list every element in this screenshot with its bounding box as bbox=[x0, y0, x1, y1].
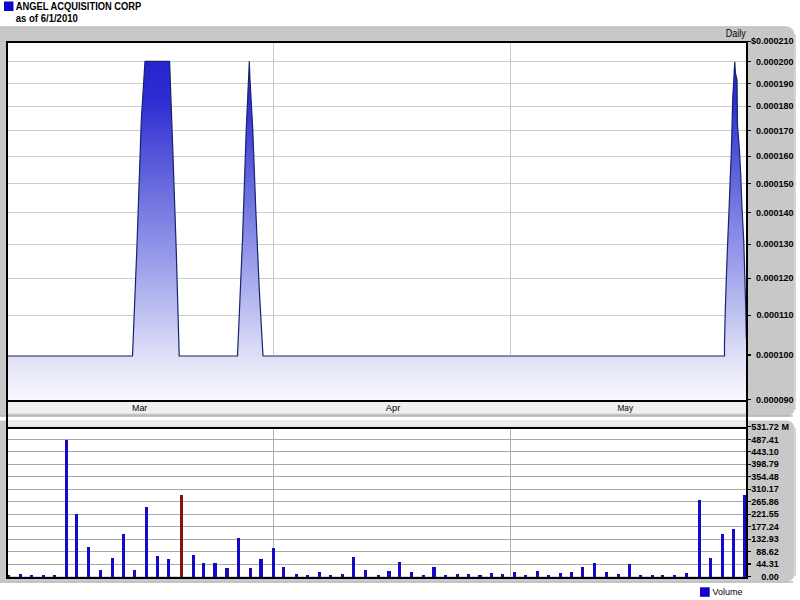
svg-text:487.41: 487.41 bbox=[751, 435, 779, 445]
svg-text:Apr: Apr bbox=[386, 402, 401, 413]
svg-text:0.000180: 0.000180 bbox=[756, 101, 794, 111]
svg-text:$0.000210: $0.000210 bbox=[751, 36, 794, 46]
svg-text:0.000170: 0.000170 bbox=[756, 126, 794, 136]
svg-text:177.24: 177.24 bbox=[751, 522, 779, 532]
svg-text:398.79: 398.79 bbox=[751, 459, 779, 469]
svg-text:Volume: Volume bbox=[712, 587, 742, 597]
svg-text:0.000120: 0.000120 bbox=[756, 273, 794, 283]
svg-text:Mar: Mar bbox=[132, 402, 147, 413]
svg-text:531.72: 531.72 bbox=[751, 422, 779, 432]
svg-text:221.55: 221.55 bbox=[751, 509, 779, 519]
svg-text:0.000140: 0.000140 bbox=[756, 208, 794, 218]
svg-text:0.000110: 0.000110 bbox=[756, 310, 793, 320]
svg-text:0.000200: 0.000200 bbox=[756, 57, 794, 67]
svg-text:ANGEL ACQUISITION CORP: ANGEL ACQUISITION CORP bbox=[16, 0, 142, 12]
svg-text:0.000190: 0.000190 bbox=[756, 79, 794, 89]
svg-text:as of 6/1/2010: as of 6/1/2010 bbox=[16, 12, 78, 24]
svg-text:88.62: 88.62 bbox=[756, 547, 779, 557]
svg-text:0.000090: 0.000090 bbox=[756, 395, 794, 405]
svg-text:0.000100: 0.000100 bbox=[756, 350, 794, 360]
svg-text:0.000160: 0.000160 bbox=[756, 151, 794, 161]
svg-text:354.48: 354.48 bbox=[751, 472, 779, 482]
svg-text:443.10: 443.10 bbox=[751, 447, 779, 457]
svg-text:44.31: 44.31 bbox=[756, 559, 779, 569]
svg-text:Daily: Daily bbox=[726, 28, 746, 39]
svg-text:May: May bbox=[618, 402, 634, 413]
svg-text:265.86: 265.86 bbox=[751, 497, 779, 507]
svg-text:0.000150: 0.000150 bbox=[756, 179, 794, 189]
svg-text:132.93: 132.93 bbox=[751, 534, 779, 544]
svg-text:0.000130: 0.000130 bbox=[756, 239, 794, 249]
svg-text:310.17: 310.17 bbox=[751, 484, 779, 494]
svg-text:M: M bbox=[782, 422, 790, 432]
svg-text:0.00: 0.00 bbox=[761, 572, 779, 582]
